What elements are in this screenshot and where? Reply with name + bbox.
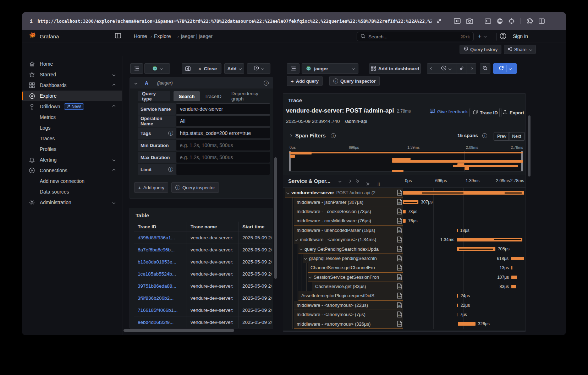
log-icon[interactable]: LOG (397, 283, 402, 291)
zoom-out-button[interactable] (480, 63, 490, 74)
log-icon[interactable]: LOG (397, 311, 402, 319)
tab-search[interactable]: Search (174, 91, 199, 101)
sidebar-item-data-sources[interactable]: Data sources (22, 186, 122, 197)
span-bar-track[interactable]: 705μs (403, 244, 524, 254)
span-row[interactable]: CacheService.get (83μs)LOG83μs (283, 282, 526, 291)
sidebar-item-metrics[interactable]: Metrics (22, 112, 122, 123)
next-span-button[interactable]: Next (509, 132, 525, 141)
column-header[interactable]: Trace name (187, 222, 238, 232)
span-bar-track[interactable]: 618μs (403, 254, 524, 263)
span-duration-bar[interactable] (511, 285, 516, 288)
chevron-up-icon[interactable] (112, 105, 115, 108)
span-duration-bar[interactable] (457, 229, 458, 232)
time-back-button[interactable] (427, 63, 436, 74)
trace-id-button[interactable]: Trace ID (469, 108, 501, 117)
span-row[interactable]: middleware - urlencodedParser (18μs)LOG1… (283, 226, 526, 235)
datasource-picker-left[interactable] (144, 63, 170, 74)
span-row[interactable]: graphql.resolve pendingSearchInLOG618μs (283, 254, 526, 263)
query-row-toggle-button-right[interactable] (287, 63, 300, 74)
page-info-icon[interactable]: i (30, 18, 33, 24)
span-row[interactable]: middleware - jsonParser (307μs)LOG307μs (283, 197, 526, 207)
span-name-cell[interactable]: middleware - _cookieSession (73μs)LOG (294, 207, 403, 216)
prev-span-button[interactable]: Prev (494, 132, 510, 141)
trace-id-link[interactable]: d396d88f936a1... (138, 235, 175, 240)
time-range-button-left[interactable] (247, 63, 270, 74)
span-row[interactable]: vendure-dev-serverPOST /admin-api (2LOG (283, 188, 526, 197)
add-dropdown-button[interactable]: Add (224, 63, 244, 74)
time-forward-button[interactable] (467, 63, 476, 74)
info-icon[interactable]: i (168, 167, 173, 172)
log-icon[interactable]: LOG (397, 237, 402, 244)
expand-chevron-icon[interactable] (304, 257, 307, 260)
table-horizontal-scrollbar[interactable] (123, 329, 234, 332)
tab-dependency-graph[interactable]: Dependency graph (226, 91, 273, 101)
sidebar-item-dashboards[interactable]: Dashboards (22, 80, 122, 91)
span-duration-bar[interactable] (457, 304, 458, 307)
span-name-cell[interactable]: middleware - <anonymous> (1.34ms)LOG (294, 235, 403, 244)
export-button[interactable]: Export (499, 108, 526, 117)
log-icon[interactable]: LOG (397, 190, 402, 197)
span-bar-track[interactable] (403, 188, 524, 197)
log-icon[interactable]: LOG (397, 321, 402, 328)
log-icon[interactable]: LOG (397, 274, 402, 282)
tags-input[interactable]: http.status_code=200 error=true (176, 127, 270, 139)
log-icon[interactable]: LOG (397, 302, 402, 310)
help-icon[interactable] (500, 33, 506, 41)
sidebar-item-alerting[interactable]: Alerting (22, 154, 122, 165)
span-bar-track[interactable]: 22μs (403, 301, 524, 310)
collapse-one-icon[interactable] (348, 180, 351, 183)
expand-all-icon[interactable] (366, 180, 369, 186)
column-header[interactable]: Trace ID (134, 224, 187, 229)
operation-name-input[interactable]: All (176, 115, 270, 127)
span-name-cell[interactable]: query GetPendingSearchIndexUpdaLOG (298, 244, 403, 254)
trace-minimap[interactable] (289, 151, 523, 172)
trace-id-link[interactable]: 39751b86eda88... (138, 283, 176, 289)
add-to-dashboard-button[interactable]: Add to dashboard (369, 63, 421, 74)
span-name-cell[interactable]: ChannelService.getChannelFroLOG (308, 263, 403, 272)
sidebar-item-starred[interactable]: Starred (22, 69, 122, 80)
span-row[interactable]: middleware - <anonymous> (326μs)LOG326μs (283, 319, 526, 328)
share-button[interactable]: Share (504, 45, 536, 54)
span-duration-bar[interactable] (457, 294, 458, 298)
log-icon[interactable]: LOG (397, 218, 402, 225)
span-duration-bar[interactable] (403, 191, 524, 195)
span-duration-bar[interactable] (457, 313, 457, 316)
span-bar-track[interactable]: 83μs (403, 282, 524, 291)
run-query-button[interactable] (493, 63, 517, 74)
span-name-cell[interactable]: vendure-dev-serverPOST /admin-api (2LOG (285, 188, 403, 197)
time-sync-link-button[interactable] (456, 63, 467, 74)
span-name-cell[interactable]: middleware - <anonymous> (22μs)LOG (294, 301, 403, 310)
info-icon[interactable]: i (168, 131, 173, 136)
span-duration-bar[interactable] (458, 322, 476, 326)
query-inspector-button-right[interactable]: i Query inspector (329, 76, 380, 86)
span-bar-track[interactable]: 307μs (403, 197, 524, 207)
span-bar-track[interactable]: 1.34ms (403, 235, 524, 244)
span-row[interactable]: middleware - corsMiddleware (76μs)LOG76μ… (283, 216, 526, 225)
log-icon[interactable]: LOG (397, 255, 402, 263)
breadcrumb-explore[interactable]: Explore (154, 33, 171, 39)
sidebar-item-connections[interactable]: Connections (22, 165, 122, 176)
sidebar-item-drilldown[interactable]: DrilldownNew! (22, 101, 122, 112)
screenshot-icon[interactable] (454, 18, 461, 24)
span-row[interactable]: middleware - <anonymous> (22μs)LOG22μs (283, 301, 526, 310)
tab-traceid[interactable]: TraceID (200, 91, 227, 101)
span-bar-track[interactable]: 107μs (403, 273, 524, 282)
trace-id-link[interactable]: 7166185f4066b1... (138, 308, 178, 313)
query-row-toggle-button[interactable] (130, 63, 143, 74)
log-icon[interactable]: LOG (397, 227, 402, 235)
add-query-button-right[interactable]: + Add query (287, 76, 323, 86)
datasource-picker-right[interactable]: jaeger (302, 63, 358, 74)
trace-id-link[interactable]: eebd4d06f33f9... (138, 320, 174, 325)
sidebar-item-add-new-connection[interactable]: Add new connection (22, 176, 122, 186)
span-name-cell[interactable]: middleware - jsonParser (307μs)LOG (294, 197, 403, 207)
grafana-logo[interactable] (28, 32, 36, 41)
chevron-down-icon[interactable] (112, 158, 115, 161)
span-duration-bar[interactable] (403, 200, 418, 204)
trace-id-link[interactable]: 3f9f836b206b2... (138, 295, 174, 301)
span-name-cell[interactable]: middleware - urlencodedParser (18μs)LOG (294, 226, 403, 235)
span-duration-bar[interactable] (403, 210, 406, 213)
span-filters-info-icon[interactable]: i (331, 133, 336, 138)
span-row[interactable]: middleware - <anonymous> (7μs)LOG7μs (283, 310, 526, 319)
span-name-cell[interactable]: AssetInterceptorPlugin.requestDidSLOG (298, 291, 403, 300)
service-name-input[interactable]: vendure-dev-server (176, 103, 270, 115)
